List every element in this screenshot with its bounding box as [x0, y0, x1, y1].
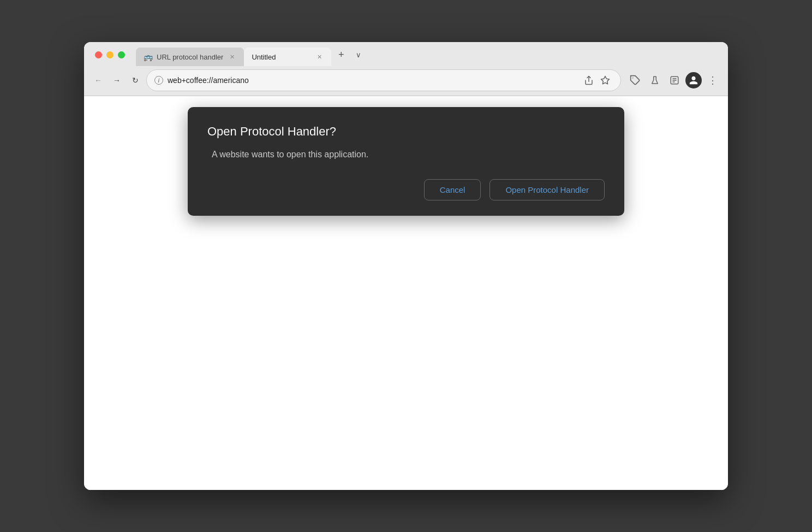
tabs-row: 🚌 URL protocol handler ✕ Untitled ✕ + ∨: [84, 42, 728, 66]
chevron-down-icon: ∨: [356, 51, 361, 59]
more-menu-button[interactable]: ⋮: [704, 72, 721, 89]
puzzle-icon: [630, 75, 641, 86]
back-icon: ←: [94, 76, 102, 85]
extensions-button[interactable]: [626, 72, 644, 89]
person-icon: [689, 75, 698, 85]
title-bar: 🚌 URL protocol handler ✕ Untitled ✕ + ∨: [84, 42, 728, 96]
tab-2[interactable]: Untitled ✕: [244, 48, 331, 66]
labs-button[interactable]: [646, 72, 664, 89]
profile-button[interactable]: [685, 72, 702, 88]
svg-marker-1: [601, 76, 610, 84]
address-actions: [581, 73, 613, 88]
flask-icon: [650, 75, 660, 85]
window-controls: [88, 51, 132, 58]
protocol-handler-dialog: Open Protocol Handler? A website wants t…: [188, 107, 624, 216]
tab-close-2[interactable]: ✕: [315, 52, 324, 61]
forward-button[interactable]: →: [109, 73, 124, 88]
tabs-actions: + ∨: [333, 47, 366, 62]
dialog-body: A website wants to open this application…: [207, 150, 605, 159]
bookmark-button[interactable]: [598, 73, 613, 88]
page-content: Open Protocol Handler? A website wants t…: [84, 96, 728, 490]
tab-favicon-1: 🚌: [144, 52, 152, 61]
back-button[interactable]: ←: [91, 73, 106, 88]
open-protocol-handler-button[interactable]: Open Protocol Handler: [489, 179, 605, 200]
minimize-dot[interactable]: [106, 51, 114, 58]
security-info-icon[interactable]: i: [154, 76, 163, 85]
tab-close-1[interactable]: ✕: [228, 52, 236, 61]
new-tab-button[interactable]: +: [333, 47, 349, 62]
reader-mode-button[interactable]: [666, 72, 683, 89]
dialog-buttons: Cancel Open Protocol Handler: [207, 179, 605, 200]
maximize-dot[interactable]: [118, 51, 125, 58]
reload-icon: ↻: [132, 76, 139, 85]
url-text: web+coffee://americano: [168, 76, 577, 85]
browser-window: 🚌 URL protocol handler ✕ Untitled ✕ + ∨: [84, 42, 728, 490]
dialog-overlay: Open Protocol Handler? A website wants t…: [84, 96, 728, 490]
share-button[interactable]: [581, 73, 596, 88]
tab-title-1: URL protocol handler: [157, 53, 223, 61]
tab-title-2: Untitled: [252, 53, 311, 61]
close-dot[interactable]: [95, 51, 102, 58]
address-bar[interactable]: i web+coffee://americano: [146, 69, 621, 91]
new-tab-icon: +: [338, 49, 344, 61]
toolbar-icons: ⋮: [626, 72, 721, 89]
forward-icon: →: [113, 76, 121, 85]
share-icon: [584, 75, 594, 85]
address-bar-row: ← → ↻ i web+coffee://americano: [84, 66, 728, 96]
dialog-title: Open Protocol Handler?: [207, 125, 605, 139]
reload-button[interactable]: ↻: [128, 73, 143, 88]
more-icon: ⋮: [708, 74, 718, 86]
star-icon: [600, 75, 610, 85]
tab-list-button[interactable]: ∨: [351, 47, 366, 62]
cancel-button[interactable]: Cancel: [424, 179, 481, 200]
reader-icon: [670, 75, 679, 85]
tab-1[interactable]: 🚌 URL protocol handler ✕: [136, 48, 244, 66]
